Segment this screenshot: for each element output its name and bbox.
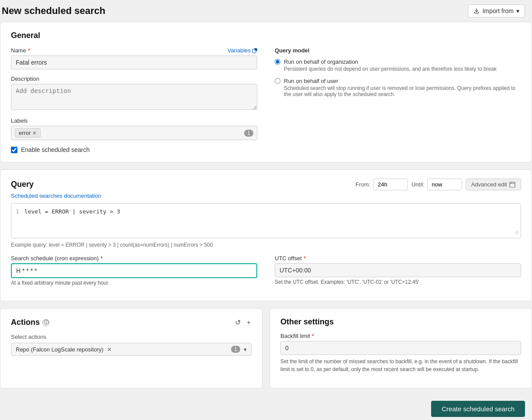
labels-label: Labels [11,117,257,124]
query-title: Query [11,180,34,189]
utc-required: * [304,255,306,262]
name-label: Name * Variables [11,47,257,54]
query-model-title: Query model [275,47,521,54]
actions-icon-group: ↺ + [234,317,252,327]
actions-info-icon[interactable]: ⓘ [42,319,49,326]
name-field-group: Name * Variables [11,47,257,69]
enable-checkbox-label: Enable scheduled search [21,146,90,153]
cron-required: * [100,255,103,262]
chevron-down-icon: ▾ [516,7,519,14]
radio-user-desc: Scheduled search will stop running if us… [284,85,521,97]
expand-action-button[interactable]: ▾ [244,346,247,353]
select-actions-label: Select actions [11,334,252,340]
page-title: New scheduled search [0,5,105,17]
radio-org-label: Run on behalf of organization [284,59,358,65]
radio-org[interactable]: Run on behalf of organization Persistent… [275,58,521,72]
description-label: Description [11,76,257,82]
radio-user-label: Run on behalf of user [284,78,338,84]
utc-field-group: UTC offset * Set the UTC offset. Example… [275,255,521,286]
cron-hint: At a fixed arbitrary minute past every h… [11,280,257,286]
name-input[interactable] [11,55,257,69]
labels-input-area[interactable]: error ✕ 1 [11,126,257,140]
selected-action-tag: Repo (Falcon LogScale repository) ✕ 1 ▾ [11,343,252,356]
utc-hint: Set the UTC offset. Examples: 'UTC', 'UT… [275,279,521,285]
enable-checkbox[interactable] [11,147,17,153]
query-example: Example query: level = ERROR | severity … [11,242,521,248]
remove-action-button[interactable]: ✕ [107,346,112,353]
query-section: Query From: Until: Advanced edit Schedul… [0,169,532,301]
radio-org-desc: Persistent queries do not depend on user… [284,66,497,72]
required-indicator: * [28,47,30,54]
description-field-group: Description [11,76,257,111]
radio-user[interactable]: Run on behalf of user Scheduled search w… [275,77,521,97]
cron-input[interactable] [11,263,257,278]
import-icon [473,8,480,14]
other-settings-section: Other settings Backfill limit * Set the … [269,308,532,389]
action-count-badge: 1 [231,346,240,353]
page-footer: Create scheduled search [0,396,532,420]
general-section: General Name * Variables Description [0,22,532,162]
advanced-edit-button[interactable]: Advanced edit [466,179,521,190]
create-scheduled-search-button[interactable]: Create scheduled search [431,401,525,417]
cron-field-group: Search schedule (cron expression) * At a… [11,255,257,286]
backfill-input[interactable] [280,341,521,355]
radio-org-input[interactable] [275,59,280,65]
until-group: Until: [411,179,462,190]
from-input[interactable] [373,179,408,190]
label-tag-close[interactable]: ✕ [32,130,37,136]
svg-rect-1 [510,182,515,187]
backfill-label: Backfill limit * [280,333,521,339]
from-label: From: [356,181,370,188]
other-settings-title: Other settings [280,317,521,327]
query-editor[interactable]: 1 level = ERROR | severity > 3 ⟲ [11,203,521,238]
label-tag: error ✕ [15,128,41,138]
description-textarea[interactable] [11,84,257,110]
variables-link[interactable]: Variables [228,47,257,54]
cron-label: Search schedule (cron expression) * [11,255,257,262]
import-button[interactable]: Import from ▾ [468,4,525,17]
actions-title: Actions ⓘ [11,318,49,327]
from-group: From: [356,179,408,190]
backfill-hint: Set the limit of the number of missed se… [280,358,521,373]
query-controls: From: Until: Advanced edit [356,179,521,190]
until-label: Until: [411,181,425,188]
line-number: 1 [16,208,19,215]
general-title: General [11,31,521,40]
doc-link[interactable]: Scheduled searches documentation [11,193,101,199]
backfill-field-group: Backfill limit * Set the limit of the nu… [280,333,521,373]
external-link-icon [252,48,257,53]
actions-section: Actions ⓘ ↺ + Select actions Repo (Falco… [0,308,263,389]
radio-user-input[interactable] [275,78,280,84]
enable-checkbox-row[interactable]: Enable scheduled search [11,146,257,153]
labels-field-group: Labels error ✕ 1 [11,117,257,140]
resize-handle[interactable]: ⟲ [515,230,519,236]
utc-input[interactable] [275,263,521,277]
add-action-button[interactable]: + [246,318,252,327]
backfill-required: * [312,333,314,339]
until-input[interactable] [427,179,462,190]
utc-label: UTC offset * [275,255,521,262]
selected-action-name: Repo (Falcon LogScale repository) [16,346,104,353]
advanced-edit-icon [509,182,515,188]
label-count: 1 [244,130,253,137]
query-text: level = ERROR | severity > 3 [24,208,120,215]
refresh-button[interactable]: ↺ [234,317,242,327]
